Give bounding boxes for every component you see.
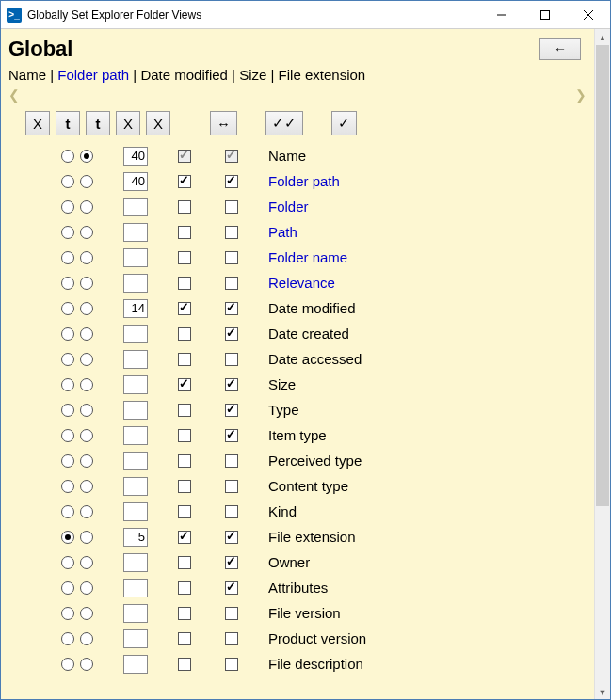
check-2[interactable] — [225, 327, 238, 341]
col-btn-1[interactable]: X — [25, 111, 50, 135]
group-radio-1[interactable] — [61, 404, 74, 417]
column-label[interactable]: Date modified — [263, 300, 356, 316]
selected-col[interactable]: Size — [239, 67, 266, 83]
group-radio-1[interactable] — [61, 378, 74, 391]
column-label[interactable]: Kind — [263, 503, 297, 519]
close-button[interactable] — [567, 1, 610, 28]
group-radio-1[interactable] — [61, 480, 74, 493]
group-radio-1[interactable] — [61, 302, 74, 315]
selected-col[interactable]: Folder path — [57, 67, 129, 83]
group-radio-2[interactable] — [80, 302, 93, 315]
check-1[interactable] — [178, 581, 191, 595]
group-radio-2[interactable] — [80, 581, 93, 595]
check-1[interactable] — [178, 531, 191, 544]
group-radio-2[interactable] — [80, 480, 93, 493]
width-input[interactable] — [123, 502, 148, 521]
check-1[interactable] — [178, 150, 191, 163]
group-radio-1[interactable] — [61, 277, 74, 290]
column-label[interactable]: Size — [263, 376, 296, 392]
group-radio-2[interactable] — [80, 175, 93, 188]
check-1[interactable] — [178, 454, 191, 468]
column-label[interactable]: Content type — [263, 478, 348, 494]
group-radio-2[interactable] — [80, 658, 93, 671]
group-radio-1[interactable] — [61, 327, 74, 341]
width-input[interactable] — [123, 325, 148, 343]
chevron-right-icon[interactable]: ❯ — [575, 88, 587, 103]
check-2[interactable] — [225, 632, 238, 645]
width-input[interactable] — [123, 248, 148, 267]
width-input[interactable] — [123, 172, 148, 191]
column-label[interactable]: File version — [263, 605, 341, 621]
selected-col[interactable]: Date modified — [140, 67, 228, 83]
width-input[interactable] — [123, 350, 148, 369]
check-all-2-button[interactable]: ✓ — [331, 111, 357, 135]
group-radio-1[interactable] — [61, 454, 74, 468]
width-input[interactable] — [123, 553, 148, 572]
column-label[interactable]: Perceived type — [263, 453, 362, 469]
check-1[interactable] — [178, 302, 191, 315]
group-radio-2[interactable] — [80, 429, 93, 442]
check-1[interactable] — [178, 175, 191, 188]
column-label[interactable]: Type — [263, 402, 299, 418]
column-label[interactable]: File extension — [263, 529, 356, 545]
check-2[interactable] — [225, 480, 238, 493]
col-btn-3[interactable]: t — [86, 111, 110, 135]
group-radio-1[interactable] — [61, 556, 74, 569]
check-1[interactable] — [178, 429, 191, 442]
group-radio-1[interactable] — [61, 150, 74, 163]
width-input[interactable] — [123, 147, 148, 166]
scroll-up-icon[interactable]: ▲ — [595, 29, 610, 45]
minimize-button[interactable] — [480, 1, 523, 28]
check-2[interactable] — [225, 505, 238, 518]
group-radio-2[interactable] — [80, 251, 93, 264]
column-label[interactable]: Path — [263, 224, 297, 240]
check-2[interactable] — [225, 607, 238, 620]
column-label[interactable]: Item type — [263, 427, 327, 443]
check-2[interactable] — [225, 150, 238, 163]
width-input[interactable] — [123, 452, 148, 470]
group-radio-1[interactable] — [61, 658, 74, 671]
width-input[interactable] — [123, 375, 148, 394]
check-2[interactable] — [225, 353, 238, 366]
width-input[interactable] — [123, 655, 148, 674]
column-label[interactable]: Folder — [263, 199, 309, 215]
group-radio-1[interactable] — [61, 531, 74, 544]
group-radio-2[interactable] — [80, 454, 93, 468]
check-1[interactable] — [178, 658, 191, 671]
check-1[interactable] — [178, 200, 191, 214]
group-radio-1[interactable] — [61, 175, 74, 188]
group-radio-1[interactable] — [61, 429, 74, 442]
column-label[interactable]: Name — [263, 148, 306, 164]
width-input[interactable] — [123, 223, 148, 242]
group-radio-1[interactable] — [61, 607, 74, 620]
check-2[interactable] — [225, 302, 238, 315]
column-label[interactable]: Relevance — [263, 275, 335, 291]
check-2[interactable] — [225, 531, 238, 544]
check-1[interactable] — [178, 404, 191, 417]
group-radio-2[interactable] — [80, 277, 93, 290]
check-2[interactable] — [225, 429, 238, 442]
check-2[interactable] — [225, 378, 238, 391]
check-1[interactable] — [178, 277, 191, 290]
width-input[interactable] — [123, 629, 148, 648]
col-btn-4[interactable]: X — [116, 111, 140, 135]
column-label[interactable]: Date created — [263, 326, 349, 342]
selected-col[interactable]: Name — [8, 67, 46, 83]
width-input[interactable] — [123, 528, 148, 547]
col-btn-5[interactable]: X — [146, 111, 170, 135]
scroll-thumb[interactable] — [596, 45, 609, 506]
group-radio-2[interactable] — [80, 505, 93, 518]
check-1[interactable] — [178, 556, 191, 569]
column-label[interactable]: Product version — [263, 630, 366, 646]
scroll-down-icon[interactable]: ▼ — [595, 684, 610, 700]
check-1[interactable] — [178, 480, 191, 493]
selected-col[interactable]: File extension — [279, 67, 366, 83]
group-radio-2[interactable] — [80, 531, 93, 544]
column-label[interactable]: Date accessed — [263, 351, 362, 367]
group-radio-2[interactable] — [80, 556, 93, 569]
group-radio-1[interactable] — [61, 200, 74, 214]
maximize-button[interactable] — [523, 1, 567, 28]
check-1[interactable] — [178, 632, 191, 645]
column-label[interactable]: Owner — [263, 554, 310, 570]
column-label[interactable]: Attributes — [263, 580, 328, 596]
